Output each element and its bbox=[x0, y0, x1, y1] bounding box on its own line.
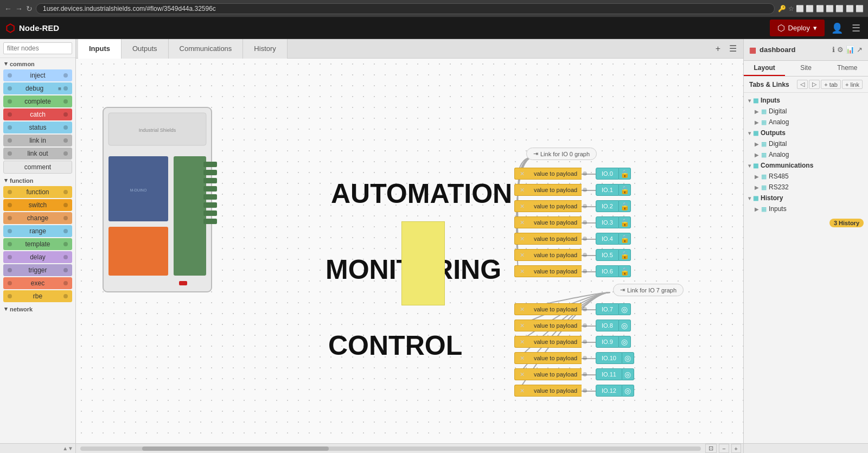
horizontal-scrollbar[interactable] bbox=[80, 446, 701, 451]
node-change[interactable]: change bbox=[3, 212, 72, 224]
tab-list-btn[interactable]: ☰ bbox=[725, 41, 741, 56]
vtp-node-6[interactable]: ✕ value to payload bbox=[514, 265, 587, 277]
io-node-7[interactable]: IO.7 ◎ bbox=[596, 303, 631, 315]
node-exec[interactable]: exec bbox=[3, 277, 72, 289]
tab-history[interactable]: History bbox=[243, 39, 287, 59]
vtp-node-12[interactable]: ✕ value to payload bbox=[514, 385, 587, 397]
io-node-10[interactable]: IO.10 ◎ bbox=[596, 352, 634, 364]
tabs-links-buttons: ◁ ▷ + tab + link bbox=[797, 80, 863, 89]
zoom-out-btn[interactable]: − bbox=[719, 444, 729, 453]
deploy-button[interactable]: ⬡ Deploy ▾ bbox=[770, 20, 825, 36]
tree-outputs-digital[interactable]: ▶ ▦ Digital bbox=[744, 138, 868, 149]
add-tab-btn[interactable]: + tab bbox=[821, 80, 841, 89]
tree-history-inputs[interactable]: ▶ ▦ Inputs bbox=[744, 203, 868, 214]
caret-icon: ▶ bbox=[755, 152, 759, 158]
io-node-12[interactable]: IO.12 ◎ bbox=[596, 385, 634, 397]
vtp-node-0[interactable]: ✕ value to payload bbox=[514, 168, 587, 180]
node-label: inject bbox=[14, 72, 61, 79]
tab-communications[interactable]: Communications bbox=[169, 39, 244, 59]
category-common[interactable]: ▾ common bbox=[0, 58, 75, 68]
node-template[interactable]: template bbox=[3, 238, 72, 250]
io-node-1[interactable]: IO.1 🔒 bbox=[596, 184, 631, 196]
node-switch[interactable]: switch bbox=[3, 199, 72, 211]
node-trigger[interactable]: trigger bbox=[3, 264, 72, 276]
back-btn[interactable]: ← bbox=[4, 4, 12, 13]
io-node-9[interactable]: IO.9 ◎ bbox=[596, 336, 631, 348]
expand-all-btn[interactable]: ▷ bbox=[809, 80, 820, 89]
sidebar-scroll-down[interactable]: ▼ bbox=[68, 445, 73, 451]
tree-outputs-analog[interactable]: ▶ ▦ Analog bbox=[744, 149, 868, 160]
tab-site[interactable]: Site bbox=[785, 61, 826, 76]
right-open-btn[interactable]: ↗ bbox=[857, 46, 863, 54]
vtp-node-8[interactable]: ✕ value to payload bbox=[514, 320, 587, 331]
vtp-node-2[interactable]: ✕ value to payload bbox=[514, 200, 587, 212]
tab-theme[interactable]: Theme bbox=[827, 61, 868, 76]
tree-inputs-analog[interactable]: ▶ ▦ Analog bbox=[744, 117, 868, 127]
scrollbar-thumb[interactable] bbox=[142, 446, 328, 451]
add-link-btn[interactable]: + link bbox=[842, 80, 863, 89]
vtp-node-4[interactable]: ✕ value to payload bbox=[514, 233, 587, 245]
category-function[interactable]: ▾ function bbox=[0, 175, 75, 185]
tab-outputs[interactable]: Outputs bbox=[122, 39, 169, 59]
io-node-5[interactable]: IO.5 🔒 bbox=[596, 249, 631, 261]
zoom-fit-btn[interactable]: ⊡ bbox=[705, 444, 717, 453]
sidebar-scroll-up[interactable]: ▲ bbox=[62, 445, 68, 451]
tree-comms-rs232[interactable]: ▶ ▦ RS232 bbox=[744, 182, 868, 193]
node-debug[interactable]: debug ≡ bbox=[3, 82, 72, 94]
node-catch[interactable]: catch bbox=[3, 109, 72, 120]
tree-comms-rs485[interactable]: ▶ ▦ RS485 bbox=[744, 171, 868, 182]
vtp-icon: ✕ bbox=[514, 233, 529, 245]
node-link-in[interactable]: link in bbox=[3, 135, 72, 146]
io-node-6[interactable]: IO.6 🔒 bbox=[596, 265, 631, 277]
right-chart-btn[interactable]: 📊 bbox=[846, 46, 854, 54]
filter-input[interactable] bbox=[3, 42, 72, 54]
vtp-node-1[interactable]: ✕ value to payload bbox=[514, 184, 587, 196]
io-node-11[interactable]: IO.11 ◎ bbox=[596, 368, 634, 380]
vtp-node-5[interactable]: ✕ value to payload bbox=[514, 249, 587, 261]
node-delay[interactable]: delay bbox=[3, 251, 72, 263]
tree-outputs[interactable]: ▾ ▦ Outputs bbox=[744, 127, 868, 138]
vtp-node-9[interactable]: ✕ value to payload bbox=[514, 336, 587, 348]
user-button[interactable]: 👤 bbox=[829, 20, 845, 36]
collapse-all-btn[interactable]: ◁ bbox=[797, 80, 808, 89]
io-node-4[interactable]: IO.4 🔒 bbox=[596, 233, 631, 245]
node-range[interactable]: range bbox=[3, 225, 72, 237]
tree-inputs-digital[interactable]: ▶ ▦ Digital bbox=[744, 106, 868, 117]
link-node-0[interactable]: ⇥ Link for IO 0 graph bbox=[526, 148, 597, 160]
io-node-8[interactable]: IO.8 ◎ bbox=[596, 320, 631, 331]
link-node-1[interactable]: ⇥ Link for IO 7 graph bbox=[613, 284, 684, 296]
svg-rect-4 bbox=[203, 162, 217, 167]
svg-rect-6 bbox=[203, 178, 217, 183]
io-node-3[interactable]: IO.3 🔒 bbox=[596, 216, 631, 228]
vtp-node-3[interactable]: ✕ value to payload bbox=[514, 216, 587, 228]
tab-layout[interactable]: Layout bbox=[744, 61, 785, 76]
node-comment[interactable]: comment bbox=[3, 161, 72, 174]
io-node-0[interactable]: IO.0 🔒 bbox=[596, 168, 631, 180]
category-network[interactable]: ▾ network bbox=[0, 303, 75, 314]
tab-inputs[interactable]: Inputs bbox=[78, 39, 122, 59]
port-left bbox=[8, 229, 12, 233]
io-port: 🔒 bbox=[619, 216, 631, 228]
io-node-2[interactable]: IO.2 🔒 bbox=[596, 200, 631, 212]
vtp-node-11[interactable]: ✕ value to payload bbox=[514, 368, 587, 380]
forward-btn[interactable]: → bbox=[15, 4, 23, 13]
url-bar[interactable]: 1user.devices.industrialshields.com/#flo… bbox=[36, 3, 775, 14]
tree-inputs[interactable]: ▾ ▦ Inputs bbox=[744, 95, 868, 106]
node-function[interactable]: function bbox=[3, 186, 72, 198]
refresh-btn[interactable]: ↻ bbox=[26, 4, 33, 13]
node-complete[interactable]: complete bbox=[3, 95, 72, 107]
right-info-btn[interactable]: ℹ bbox=[832, 46, 835, 54]
vtp-node-10[interactable]: ✕ value to payload bbox=[514, 352, 587, 364]
node-rbe[interactable]: rbe bbox=[3, 290, 72, 302]
node-inject[interactable]: inject bbox=[3, 69, 72, 81]
right-config-btn[interactable]: ⚙ bbox=[837, 46, 844, 54]
node-link-out[interactable]: link out bbox=[3, 148, 72, 159]
tree-history[interactable]: ▾ ▦ History bbox=[744, 193, 868, 203]
tree-communications[interactable]: ▾ ▦ Communications bbox=[744, 160, 868, 171]
zoom-in-btn[interactable]: + bbox=[731, 444, 741, 453]
vtp-node-7[interactable]: ✕ value to payload bbox=[514, 303, 587, 315]
add-tab-btn[interactable]: + bbox=[711, 42, 725, 56]
flow-canvas[interactable]: Industrial Shields bbox=[76, 59, 743, 443]
node-status[interactable]: status bbox=[3, 122, 72, 133]
menu-button[interactable]: ☰ bbox=[850, 20, 863, 36]
